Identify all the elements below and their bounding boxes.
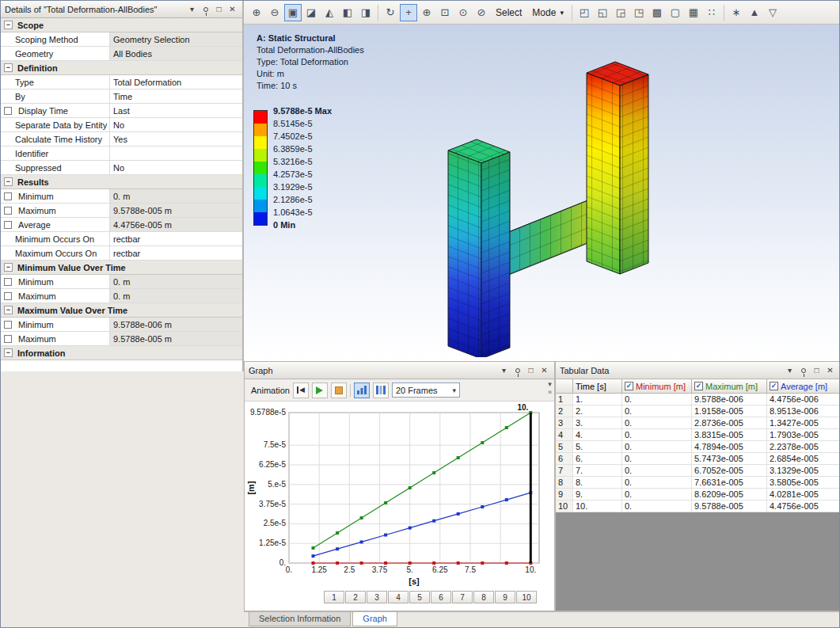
collapse-icon[interactable]: −	[4, 306, 13, 314]
parameter-checkbox[interactable]	[4, 192, 12, 200]
section-plane-icon[interactable]: ◪	[302, 4, 320, 21]
parameter-checkbox[interactable]	[4, 278, 12, 286]
table-row[interactable]: 88.0.7.6631e-0053.5805e-005	[556, 477, 840, 489]
parameter-checkbox[interactable]	[4, 335, 12, 343]
copy-icon[interactable]: ◧	[339, 4, 356, 21]
wireframe-icon[interactable]: ▢	[667, 4, 684, 21]
duplicate-icon[interactable]: ◨	[357, 4, 374, 21]
table-row[interactable]: 99.0.8.6209e-0054.0281e-005	[556, 489, 840, 500]
probe-icon[interactable]: ∗	[728, 4, 745, 21]
show-mesh-icon[interactable]: ▦	[685, 4, 702, 21]
mode-dropdown[interactable]: Mode▾	[527, 7, 568, 18]
property-value[interactable]: Last	[110, 104, 242, 117]
show-coordinate-systems-icon[interactable]: ∷	[703, 4, 720, 21]
close-icon[interactable]: ✕	[226, 4, 238, 15]
parameter-checkbox[interactable]	[4, 321, 12, 329]
details-category[interactable]: −Definition	[1, 61, 242, 75]
details-category[interactable]: −Maximum Value Over Time	[1, 303, 242, 318]
select-face-icon[interactable]: ◲	[612, 4, 629, 21]
table-row[interactable]: 55.0.4.7894e-0052.2378e-005	[556, 441, 840, 453]
table-row[interactable]: 44.0.3.8315e-0051.7903e-005	[556, 429, 840, 441]
zoom-in-magnifier-icon[interactable]: ⊕	[248, 4, 265, 21]
column-checkbox[interactable]: ✓	[625, 382, 633, 390]
annotation-icon[interactable]: ◭	[321, 4, 338, 21]
property-value[interactable]: No	[110, 161, 242, 174]
collapse-icon[interactable]: −	[4, 63, 13, 72]
zoom-out-magnifier-icon[interactable]: ⊖	[266, 4, 283, 21]
play-button[interactable]	[312, 383, 328, 398]
details-category[interactable]: −Results	[1, 175, 242, 189]
rotate-icon[interactable]: ↻	[382, 4, 399, 21]
table-row[interactable]: 1010.0.9.5788e-0054.4756e-005	[556, 500, 840, 512]
select-body-icon[interactable]: ◳	[630, 4, 648, 21]
box-zoom-icon[interactable]: ⊡	[436, 4, 454, 21]
property-value[interactable]: Total Deformation	[110, 75, 242, 89]
chevron-more-icon[interactable]: »	[548, 388, 552, 396]
zoom-to-fit-icon[interactable]: ⊙	[454, 4, 472, 21]
property-value[interactable]: Yes	[110, 132, 242, 146]
collapse-icon[interactable]: −	[4, 348, 13, 357]
close-icon[interactable]: ✕	[824, 365, 836, 376]
table-row[interactable]: 77.0.6.7052e-0053.1329e-005	[556, 465, 840, 477]
frames-dropdown[interactable]: 20 Frames ▾	[392, 383, 460, 398]
pane-menu-icon[interactable]: ▾	[186, 4, 198, 15]
tab-graph[interactable]: Graph	[352, 612, 397, 626]
maximize-icon[interactable]: □	[213, 4, 225, 15]
pan-icon[interactable]: +	[400, 4, 417, 21]
property-value[interactable]	[110, 147, 242, 160]
table-row[interactable]: 11.0.9.5788e-0064.4756e-006	[556, 394, 840, 405]
geometry-viewport[interactable]: A: Static Structural Total Deformation-A…	[244, 25, 840, 361]
column-checkbox[interactable]: ✓	[694, 382, 703, 390]
frame-button[interactable]: 1	[324, 591, 344, 603]
parameter-checkbox[interactable]	[4, 221, 12, 229]
property-value[interactable]: No	[110, 118, 242, 131]
deformation-chart[interactable]: 9.5788e-57.5e-56.25e-55.e-53.75e-52.5e-5…	[245, 402, 550, 587]
stop-button[interactable]	[331, 383, 347, 398]
collapse-icon[interactable]: −	[4, 263, 13, 272]
maximize-icon[interactable]: □	[525, 365, 537, 376]
frame-button[interactable]: 10	[516, 591, 537, 603]
tab-selection-information[interactable]: Selection Information	[249, 612, 351, 626]
step-first-button[interactable]: ◀	[293, 383, 309, 398]
select-edge-icon[interactable]: ◱	[594, 4, 611, 21]
frame-button[interactable]: 9	[495, 591, 515, 603]
property-value[interactable]: rectbar	[110, 246, 242, 260]
collapse-icon[interactable]: −	[4, 177, 13, 186]
details-category[interactable]: −Minimum Value Over Time	[1, 261, 242, 275]
image-capture-icon[interactable]: ▣	[284, 4, 302, 21]
frame-button[interactable]: 3	[367, 591, 387, 603]
max-annotation-icon[interactable]: ▲	[746, 4, 763, 21]
property-value[interactable]: rectbar	[110, 232, 242, 245]
auto-hide-pin-icon[interactable]	[511, 365, 523, 376]
table-row[interactable]: 66.0.5.7473e-0052.6854e-005	[556, 453, 840, 465]
parameter-checkbox[interactable]	[4, 207, 12, 215]
model-3d[interactable]	[406, 44, 707, 357]
parameter-checkbox[interactable]	[4, 107, 12, 115]
auto-hide-pin-icon[interactable]	[200, 4, 211, 15]
frame-button[interactable]: 2	[345, 591, 366, 603]
select-label[interactable]: Select	[491, 7, 526, 18]
close-icon[interactable]: ✕	[538, 365, 550, 376]
frame-button[interactable]: 8	[473, 591, 494, 603]
distributed-frames-icon[interactable]	[354, 383, 370, 398]
parameter-checkbox[interactable]	[4, 292, 12, 300]
pane-menu-icon[interactable]: ▾	[498, 365, 510, 376]
maximize-icon[interactable]: □	[811, 365, 823, 376]
frame-button[interactable]: 7	[452, 591, 473, 603]
extend-selection-icon[interactable]: ▩	[648, 4, 666, 21]
min-annotation-icon[interactable]: ▽	[764, 4, 781, 21]
table-row[interactable]: 33.0.2.8736e-0051.3427e-005	[556, 417, 840, 429]
property-value[interactable]: Time	[110, 89, 242, 103]
result-sets-icon[interactable]	[373, 383, 389, 398]
chevron-down-icon[interactable]: ▾	[548, 380, 552, 388]
magnifier-window-icon[interactable]: ⊘	[473, 4, 490, 21]
auto-hide-pin-icon[interactable]	[797, 365, 809, 376]
table-row[interactable]: 22.0.1.9158e-0058.9513e-006	[556, 405, 840, 417]
frame-button[interactable]: 4	[388, 591, 409, 603]
details-category[interactable]: −Scope	[1, 18, 242, 32]
pane-menu-icon[interactable]: ▾	[784, 365, 796, 376]
frame-button[interactable]: 5	[409, 591, 430, 603]
zoom-icon[interactable]: ⊕	[418, 4, 435, 21]
column-checkbox[interactable]: ✓	[770, 382, 778, 390]
details-category[interactable]: −Information	[1, 346, 242, 360]
